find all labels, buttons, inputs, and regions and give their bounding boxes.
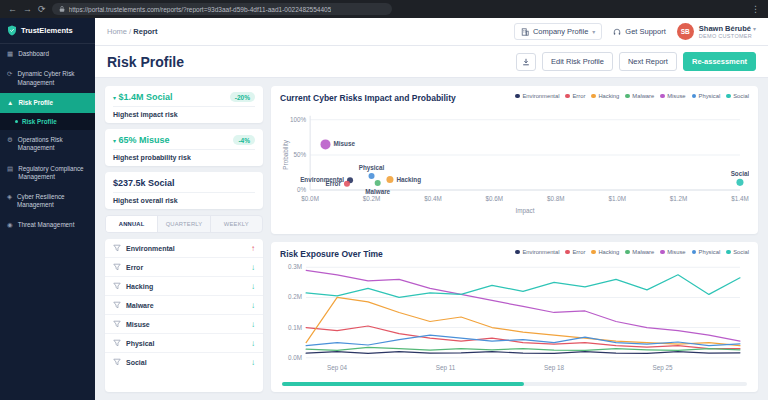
- legend-item-social[interactable]: Social: [726, 249, 749, 255]
- scatter-chart-head: Current Cyber Risks Impact and Probabili…: [280, 93, 749, 103]
- stat-card: ▾ 65% Misuse-4%Highest probability risk: [105, 129, 263, 166]
- legend-dot: [625, 250, 630, 255]
- legend-dot: [515, 250, 520, 255]
- sidebar-item-risk-profile[interactable]: ▲Risk Profile: [0, 93, 95, 113]
- sidebar-item-dynamic-cyber-risk-management[interactable]: ⟳Dynamic Cyber Risk Management: [0, 64, 95, 92]
- legend-item-environmental[interactable]: Environmental: [515, 93, 559, 99]
- app-window: TrustElements ▦Dashboard⟳Dynamic Cyber R…: [0, 18, 768, 400]
- browser-forward-icon[interactable]: →: [23, 5, 32, 14]
- browser-back-icon[interactable]: ←: [8, 5, 17, 14]
- brand-name: TrustElements: [21, 26, 73, 35]
- line-legend: EnvironmentalErrorHackingMalwareMisusePh…: [515, 249, 749, 255]
- svg-text:Impact: Impact: [516, 207, 535, 215]
- legend-item-error[interactable]: Error: [565, 93, 585, 99]
- breadcrumb-home[interactable]: Home: [107, 27, 127, 36]
- get-support-label: Get Support: [625, 27, 665, 36]
- svg-text:Misuse: Misuse: [334, 140, 356, 147]
- chevron-down-icon: ▾: [753, 26, 756, 32]
- stat-caption: Highest overall risk: [113, 197, 255, 204]
- get-support-button[interactable]: Get Support: [613, 27, 665, 36]
- legend-item-physical[interactable]: Physical: [692, 249, 721, 255]
- divider: [113, 149, 255, 150]
- svg-text:0%: 0%: [297, 186, 307, 193]
- legend-item-hacking[interactable]: Hacking: [591, 93, 619, 99]
- summary-column: ▾ $1.4M Social-20%Highest impact risk▾ 6…: [105, 86, 263, 392]
- user-info: Shawn Bérubé ▾ DEMO CUSTOMER: [699, 24, 756, 40]
- risk-label: Malware: [126, 302, 154, 309]
- svg-text:Social: Social: [731, 170, 749, 177]
- legend-item-environmental[interactable]: Environmental: [515, 249, 559, 255]
- filter-icon[interactable]: [113, 263, 121, 271]
- svg-text:$1.2M: $1.2M: [670, 195, 688, 202]
- legend-item-malware[interactable]: Malware: [625, 93, 654, 99]
- risk-row-social[interactable]: Social↓: [105, 353, 263, 371]
- risk-row-hacking[interactable]: Hacking↓: [105, 277, 263, 296]
- risk-row-physical[interactable]: Physical↓: [105, 334, 263, 353]
- filter-icon[interactable]: [113, 358, 121, 366]
- legend-item-malware[interactable]: Malware: [625, 249, 654, 255]
- filter-icon[interactable]: [113, 320, 121, 328]
- download-button[interactable]: [516, 53, 536, 71]
- browser-toolbar: ← → ⟳ https://portal.trustelements.com/r…: [0, 0, 768, 18]
- risk-label: Misuse: [126, 321, 150, 328]
- risk-row-misuse[interactable]: Misuse↓: [105, 315, 263, 334]
- stat-value: ▾ 65% Misuse: [113, 135, 170, 145]
- line-plot[interactable]: 0.0M0.1M0.2M0.3MSep 04Sep 11Sep 18Sep 25: [280, 259, 749, 380]
- sidebar-subitem-risk-profile[interactable]: Risk Profile: [0, 113, 95, 130]
- filter-icon[interactable]: [113, 301, 121, 309]
- tab-weekly[interactable]: WEEKLY: [211, 216, 262, 232]
- scatter-plot[interactable]: 0%50%100%$0.0M$0.2M$0.4M$0.6M$0.8M$1.0M$…: [280, 103, 749, 231]
- sidebar-subitem-label: Risk Profile: [22, 118, 57, 125]
- brand[interactable]: TrustElements: [0, 18, 95, 44]
- legend-item-social[interactable]: Social: [726, 93, 749, 99]
- sidebar-item-label: Cyber Resilience Management: [17, 193, 88, 209]
- filter-icon[interactable]: [113, 244, 121, 252]
- filter-icon[interactable]: [113, 282, 121, 290]
- risk-row-environmental[interactable]: Environmental↑: [105, 239, 263, 258]
- svg-text:$0.0M: $0.0M: [301, 195, 319, 202]
- chevron-down-icon: ▾: [592, 28, 595, 35]
- risk-row-malware[interactable]: Malware↓: [105, 296, 263, 315]
- browser-menu-icon[interactable]: ⋮: [751, 4, 760, 14]
- charts-column: Current Cyber Risks Impact and Probabili…: [271, 86, 758, 392]
- legend-item-misuse[interactable]: Misuse: [660, 249, 685, 255]
- chart-scrollbar-thumb[interactable]: [282, 382, 524, 386]
- change-badge: -20%: [230, 92, 255, 102]
- sidebar-item-threat-management[interactable]: ◉Threat Management: [0, 215, 95, 235]
- sidebar-item-label: Risk Profile: [18, 99, 53, 107]
- address-bar[interactable]: https://portal.trustelements.com/reports…: [52, 3, 392, 15]
- user-menu[interactable]: SB Shawn Bérubé ▾ DEMO CUSTOMER: [677, 23, 756, 40]
- scatter-chart-card: Current Cyber Risks Impact and Probabili…: [271, 86, 758, 234]
- reassessment-button[interactable]: Re-assessment: [683, 52, 756, 71]
- risk-label: Social: [126, 359, 147, 366]
- change-badge: -4%: [233, 135, 255, 145]
- legend-item-physical[interactable]: Physical: [692, 93, 721, 99]
- svg-text:Malware: Malware: [365, 188, 390, 195]
- tab-quarterly[interactable]: QUARTERLY: [158, 216, 210, 232]
- tab-annual[interactable]: ANNUAL: [106, 216, 158, 232]
- company-profile-label: Company Profile: [533, 27, 588, 36]
- line-chart-card: Risk Exposure Over Time EnvironmentalErr…: [271, 242, 758, 392]
- sidebar-item-regulatory-compliance-management[interactable]: ▤Regulatory Compliance Management: [0, 159, 95, 187]
- edit-risk-profile-button[interactable]: Edit Risk Profile: [542, 52, 613, 71]
- svg-text:0.3M: 0.3M: [288, 263, 302, 270]
- sidebar-item-cyber-resilience-management[interactable]: ◈Cyber Resilience Management: [0, 187, 95, 215]
- svg-text:$1.0M: $1.0M: [608, 195, 626, 202]
- company-icon: [521, 28, 529, 36]
- svg-text:$1.4M: $1.4M: [731, 195, 749, 202]
- legend-item-error[interactable]: Error: [565, 249, 585, 255]
- risk-list: Environmental↑Error↓Hacking↓Malware↓Misu…: [105, 239, 263, 392]
- stat-cards: ▾ $1.4M Social-20%Highest impact risk▾ 6…: [105, 86, 263, 209]
- filter-icon[interactable]: [113, 339, 121, 347]
- company-profile-button[interactable]: Company Profile ▾: [514, 23, 602, 40]
- legend-item-hacking[interactable]: Hacking: [591, 249, 619, 255]
- sidebar-item-operations-risk-management[interactable]: ⚙Operations Risk Management: [0, 130, 95, 158]
- svg-text:Physical: Physical: [359, 164, 385, 172]
- sidebar: TrustElements ▦Dashboard⟳Dynamic Cyber R…: [0, 18, 95, 400]
- next-report-button[interactable]: Next Report: [619, 52, 677, 71]
- browser-refresh-icon[interactable]: ⟳: [38, 5, 46, 14]
- legend-dot: [565, 250, 570, 255]
- risk-row-error[interactable]: Error↓: [105, 258, 263, 277]
- legend-item-misuse[interactable]: Misuse: [660, 93, 685, 99]
- sidebar-item-dashboard[interactable]: ▦Dashboard: [0, 44, 95, 64]
